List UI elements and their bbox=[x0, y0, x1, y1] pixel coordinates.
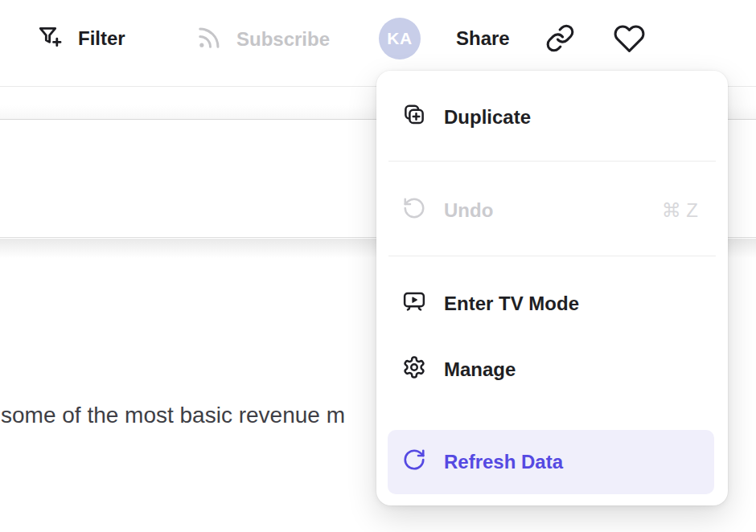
copy-plus-icon bbox=[402, 103, 426, 132]
undo-shortcut: ⌘ Z bbox=[662, 199, 698, 222]
share-button[interactable]: Share bbox=[456, 27, 510, 50]
subscribe-button[interactable]: Subscribe bbox=[195, 23, 330, 55]
overflow-dropdown-menu: Duplicate Undo ⌘ Z bbox=[376, 71, 728, 505]
body-text-fragment: some of the most basic revenue m bbox=[1, 403, 345, 428]
link-icon bbox=[545, 23, 575, 56]
avatar-initials: KA bbox=[387, 29, 412, 48]
subscribe-label: Subscribe bbox=[236, 28, 330, 51]
rss-icon bbox=[195, 23, 224, 55]
copy-link-button[interactable] bbox=[545, 23, 575, 56]
gear-icon bbox=[402, 355, 426, 384]
filter-button[interactable]: Filter bbox=[37, 23, 125, 54]
undo-label: Undo bbox=[444, 199, 493, 222]
menu-item-refresh-data[interactable]: Refresh Data bbox=[388, 430, 714, 494]
tv-mode-label: Enter TV Mode bbox=[444, 293, 579, 315]
funnel-plus-icon bbox=[37, 23, 64, 54]
menu-item-duplicate[interactable]: Duplicate bbox=[389, 95, 715, 140]
menu-divider bbox=[388, 161, 716, 162]
share-label: Share bbox=[456, 27, 510, 50]
filter-label: Filter bbox=[78, 27, 125, 50]
refresh-icon bbox=[402, 448, 426, 477]
heart-icon bbox=[613, 23, 646, 58]
duplicate-label: Duplicate bbox=[444, 106, 531, 129]
app-window: some of the most basic revenue m Filter … bbox=[0, 0, 756, 532]
tv-play-icon bbox=[402, 289, 426, 318]
manage-label: Manage bbox=[444, 358, 516, 381]
refresh-data-label: Refresh Data bbox=[444, 451, 563, 473]
favorite-button[interactable] bbox=[613, 23, 646, 58]
user-avatar[interactable]: KA bbox=[379, 18, 421, 59]
menu-item-enter-tv-mode[interactable]: Enter TV Mode bbox=[389, 281, 715, 326]
menu-item-undo-disabled[interactable]: Undo ⌘ Z bbox=[389, 188, 715, 233]
undo-arrow-icon bbox=[402, 196, 426, 225]
menu-item-manage[interactable]: Manage bbox=[389, 347, 715, 392]
menu-divider bbox=[388, 256, 716, 256]
